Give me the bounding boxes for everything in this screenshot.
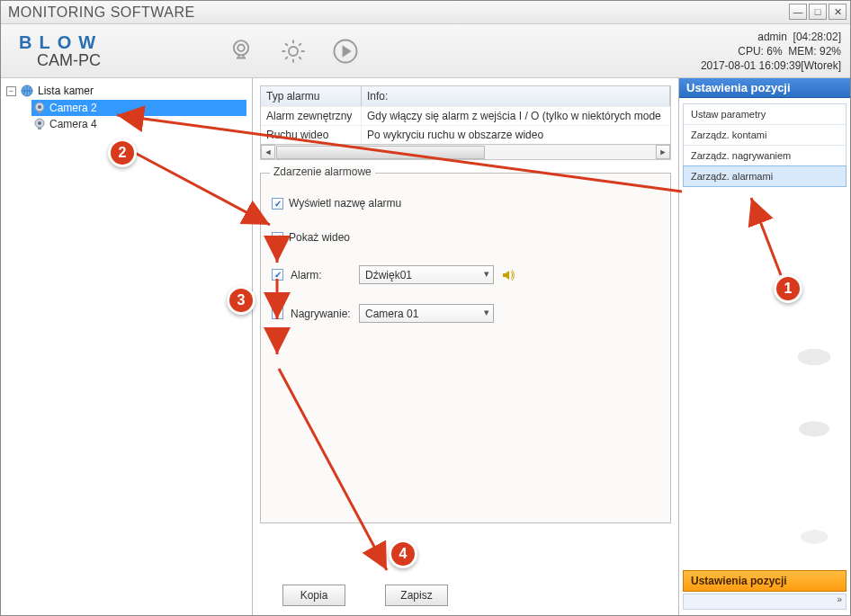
checkbox-alarm-sound[interactable]: ✓	[272, 269, 283, 281]
label-show-video: Pokaż wideo	[289, 231, 350, 244]
position-settings-panel: Ustawienia pozycji Ustaw parametry Zarzą…	[679, 78, 850, 615]
right-panel-header: Ustawienia pozycji	[679, 78, 850, 98]
tree-item-camera-4[interactable]: Camera 4	[31, 116, 246, 132]
alarm-type-table: Typ alarmu Info: Alarm zewnętrzny Gdy wł…	[260, 85, 671, 160]
svg-rect-10	[38, 128, 41, 129]
checkbox-show-video[interactable]: ✓	[272, 232, 283, 244]
svg-point-9	[38, 121, 41, 125]
speaker-icon[interactable]	[501, 268, 515, 282]
status-mem: 92%	[820, 45, 841, 58]
combo-alarm-sound[interactable]: Dźwięk01	[359, 265, 494, 284]
brand-logo: BLOW	[19, 32, 208, 53]
scroll-thumb[interactable]	[276, 146, 485, 159]
camera-icon[interactable]	[226, 36, 256, 67]
decorative-camera-images	[679, 195, 850, 579]
svg-point-1	[237, 44, 245, 51]
fieldset-legend: Zdarzenie alarmowe	[270, 165, 375, 178]
app-title: MONITORING SOFTWARE	[4, 4, 195, 21]
status-session-time: [04:28:02]	[793, 31, 841, 43]
tree-root-label: Lista kamer	[38, 85, 94, 97]
callout-badge-3: 3	[227, 286, 255, 315]
top-toolbar: BLOW CAM-PC	[1, 24, 850, 78]
table-header-type[interactable]: Typ alarmu	[261, 86, 362, 106]
table-row[interactable]: Ruchu wideo Po wykryciu ruchu w obszarze…	[261, 125, 670, 144]
camera-small-icon	[33, 118, 46, 130]
camera-small-icon	[33, 102, 46, 114]
svg-point-2	[289, 47, 298, 56]
svg-rect-7	[38, 112, 41, 113]
alarm-event-fieldset: Zdarzenie alarmowe ✓ Wyświetl nazwę alar…	[260, 173, 671, 523]
callout-badge-1: 1	[774, 274, 802, 303]
brand-subtitle: CAM-PC	[19, 51, 208, 70]
status-cpu: 6%	[766, 45, 782, 58]
label-show-alarm-name: Wyświetl nazwę alarmu	[289, 197, 401, 210]
svg-point-6	[38, 105, 41, 109]
checkbox-recording[interactable]: ✓	[272, 308, 283, 319]
maximize-button[interactable]: □	[809, 4, 827, 20]
close-button[interactable]: ✕	[829, 4, 847, 20]
label-alarm: Alarm:	[291, 269, 352, 281]
menu-item-params[interactable]: Ustaw parametry	[684, 104, 846, 125]
scroll-left-arrow[interactable]: ◄	[261, 145, 275, 159]
globe-icon	[20, 84, 34, 98]
scroll-right-arrow[interactable]: ►	[656, 145, 670, 159]
menu-item-accounts[interactable]: Zarządz. kontami	[684, 125, 846, 146]
menu-item-alarms[interactable]: Zarządz. alarmami	[683, 165, 847, 187]
settings-menu: Ustaw parametry Zarządz. kontami Zarządz…	[683, 103, 847, 187]
status-datetime: 2017-08-01 16:09:39[Wtorek]	[701, 58, 841, 73]
tree-item-camera-2[interactable]: Camera 2	[31, 100, 246, 116]
table-header-info[interactable]: Info:	[362, 86, 670, 106]
label-recording: Nagrywanie:	[291, 308, 352, 320]
settings-panel: Typ alarmu Info: Alarm zewnętrzny Gdy wł…	[253, 78, 679, 615]
copy-button[interactable]: Kopia	[282, 585, 345, 606]
titlebar: MONITORING SOFTWARE — □ ✕	[1, 1, 850, 24]
svg-point-0	[234, 40, 248, 55]
gear-icon[interactable]	[278, 36, 309, 67]
tree-root[interactable]: − Lista kamer	[6, 84, 246, 98]
combo-recording-camera[interactable]: Camera 01	[359, 304, 494, 323]
callout-badge-2: 2	[108, 138, 137, 167]
callout-badge-4: 4	[389, 540, 417, 568]
checkbox-show-alarm-name[interactable]: ✓	[272, 198, 283, 210]
status-block: admin [04:28:02] CPU: 6% MEM: 92% 2017-0…	[701, 30, 841, 73]
table-horizontal-scrollbar[interactable]: ◄ ►	[261, 144, 670, 159]
panel-expand-handle[interactable]: »	[683, 594, 847, 610]
play-icon[interactable]	[330, 36, 361, 67]
status-user: admin	[757, 31, 787, 43]
tree-collapse-icon[interactable]: −	[6, 86, 16, 96]
save-button[interactable]: Zapisz	[385, 585, 448, 606]
menu-item-recording[interactable]: Zarządz. nagrywaniem	[684, 146, 846, 166]
position-settings-bar[interactable]: Ustawienia pozycji	[683, 570, 847, 592]
table-row[interactable]: Alarm zewnętrzny Gdy włączy się alarm z …	[261, 106, 670, 125]
minimize-button[interactable]: —	[789, 4, 807, 20]
